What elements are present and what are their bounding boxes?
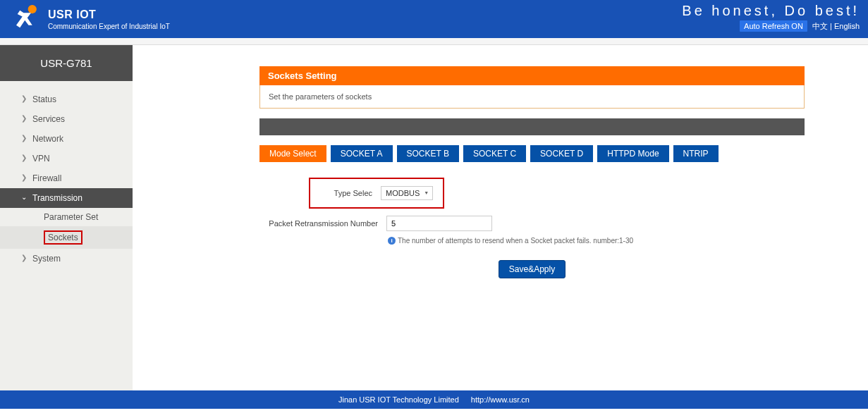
- nav-vpn[interactable]: ❯VPN: [0, 149, 133, 168]
- lang-chinese[interactable]: 中文: [812, 22, 828, 30]
- nav-sockets[interactable]: Sockets: [0, 226, 133, 249]
- brand-logo: USR IOT Communication Expert of Industri…: [11, 4, 170, 34]
- tab-socket-c[interactable]: SOCKET C: [463, 145, 526, 162]
- tab-ntrip[interactable]: NTRIP: [673, 145, 719, 162]
- section-bar: [259, 118, 805, 135]
- chevron-right-icon: ❯: [21, 114, 27, 122]
- nav: ❯Status ❯Services ❯Network ❯VPN ❯Firewal…: [0, 81, 133, 269]
- chevron-right-icon: ❯: [21, 254, 27, 261]
- info-icon: i: [388, 237, 396, 245]
- logo-icon: [11, 4, 41, 34]
- header-divider: [0, 38, 868, 45]
- nav-network[interactable]: ❯Network: [0, 129, 133, 149]
- main-content: Sockets Setting Set the parameters of so…: [133, 45, 868, 390]
- panel-title: Sockets Setting: [259, 66, 805, 85]
- type-select-highlight: Type Selec MODBUS: [309, 178, 444, 209]
- nav-status[interactable]: ❯Status: [0, 90, 133, 109]
- retrans-label: Packet Retransmission Number: [259, 219, 386, 228]
- type-select-label: Type Selec: [320, 189, 381, 197]
- chevron-right-icon: ❯: [21, 154, 27, 161]
- lang-english[interactable]: English: [834, 22, 860, 30]
- nav-services[interactable]: ❯Services: [0, 109, 133, 129]
- footer: Jinan USR IOT Technology Limited http://…: [0, 390, 868, 409]
- retrans-input[interactable]: [386, 216, 492, 231]
- save-apply-button[interactable]: Save&Apply: [499, 260, 566, 278]
- sidebar: USR-G781 ❯Status ❯Services ❯Network ❯VPN…: [0, 45, 133, 390]
- chevron-right-icon: ❯: [21, 94, 27, 102]
- panel-desc: Set the parameters of sockets: [259, 85, 805, 109]
- tabs: Mode Select SOCKET A SOCKET B SOCKET C S…: [259, 145, 805, 162]
- nav-transmission[interactable]: ⌄Transmission: [0, 188, 133, 208]
- brand-title: USR IOT: [48, 8, 170, 21]
- form-area: Type Selec MODBUS Packet Retransmission …: [259, 178, 805, 278]
- type-select-dropdown[interactable]: MODBUS: [381, 186, 433, 200]
- svg-point-0: [28, 5, 37, 13]
- retrans-hint: i The number of attempts to resend when …: [388, 237, 805, 245]
- slogan: Be honest, Do best!: [682, 3, 860, 19]
- tab-mode-select[interactable]: Mode Select: [259, 145, 326, 162]
- auto-refresh-toggle[interactable]: Auto Refresh ON: [740, 20, 807, 32]
- chevron-down-icon: ⌄: [21, 193, 27, 201]
- tab-socket-d[interactable]: SOCKET D: [530, 145, 593, 162]
- device-name: USR-G781: [0, 45, 133, 81]
- header-links: Auto Refresh ON 中文 | English: [682, 20, 860, 32]
- chevron-right-icon: ❯: [21, 134, 27, 142]
- chevron-right-icon: ❯: [21, 173, 27, 181]
- tab-socket-b[interactable]: SOCKET B: [397, 145, 459, 162]
- nav-firewall[interactable]: ❯Firewall: [0, 168, 133, 188]
- header: USR IOT Communication Expert of Industri…: [0, 0, 868, 38]
- nav-parameter-set[interactable]: Parameter Set: [0, 208, 133, 226]
- brand-subtitle: Communication Expert of Industrial IoT: [48, 23, 170, 30]
- footer-url[interactable]: http://www.usr.cn: [471, 395, 530, 404]
- tab-httpd-mode[interactable]: HTTPD Mode: [597, 145, 668, 162]
- footer-company: Jinan USR IOT Technology Limited: [338, 395, 459, 404]
- tab-socket-a[interactable]: SOCKET A: [331, 145, 393, 162]
- nav-system[interactable]: ❯System: [0, 249, 133, 269]
